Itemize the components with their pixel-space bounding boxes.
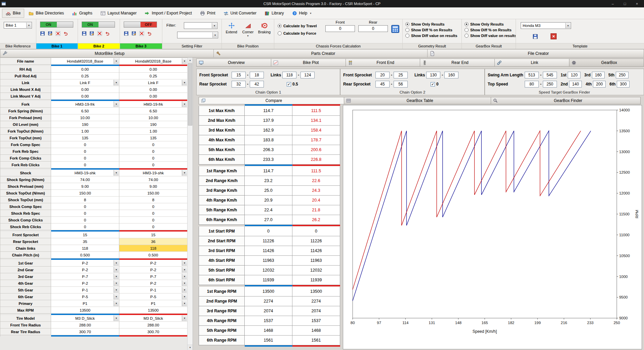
- tab-rear-end[interactable]: Rear End: [420, 59, 495, 67]
- setup-shock-comp-spec-value-2[interactable]: 0: [119, 203, 188, 210]
- menu-item-import-export-project[interactable]: Import / Export Project: [141, 9, 195, 18]
- chevron-down-icon[interactable]: ▾: [212, 23, 217, 28]
- chain1-front-max-input[interactable]: [250, 72, 264, 78]
- save-as-button[interactable]: [47, 30, 53, 37]
- calc-radio-calculate-by-force[interactable]: Calculate by Force: [278, 31, 317, 35]
- delete-button[interactable]: [138, 30, 145, 37]
- tab-link[interactable]: Link: [495, 59, 569, 67]
- chevron-down-icon[interactable]: ▾: [182, 58, 187, 64]
- menu-item-library[interactable]: Library: [261, 9, 288, 18]
- bike-3-toggle[interactable]: OFF: [124, 22, 157, 28]
- geometry-radio-show-only-results[interactable]: Show Only Results: [405, 22, 457, 26]
- setup-6th-gear-value-2[interactable]: P-5▾: [119, 293, 188, 300]
- setup-front-sprocket-value-2[interactable]: 15: [119, 232, 188, 238]
- delete-button[interactable]: [96, 30, 103, 37]
- revert-button[interactable]: [63, 30, 69, 37]
- setup-rear-sprocket-value-2[interactable]: 36: [119, 238, 188, 245]
- setup-fork-topout-n-mm-value-2[interactable]: 1.00: [119, 128, 188, 135]
- subtab-gearbox-table[interactable]: GearBox Table: [344, 97, 491, 104]
- setup-chain-pitch-in-value-1[interactable]: 0.500: [51, 252, 119, 258]
- menu-item-bike-directories[interactable]: Bike Directories: [25, 9, 68, 18]
- setup-link-value-1[interactable]: Link F▾: [51, 79, 119, 86]
- corner-button[interactable]: Corner▾: [240, 20, 256, 41]
- chain2-links-min-input[interactable]: [426, 72, 440, 78]
- gearbox-radio-show-diff-value-on-results[interactable]: Show Diff value on results: [465, 34, 516, 38]
- section-header-motorbike-setup[interactable]: MotorBike Setup: [0, 49, 214, 58]
- delete-button[interactable]: [55, 30, 61, 37]
- setup-front-sprocket-value-1[interactable]: 15: [51, 232, 119, 238]
- menu-item-unit-converter[interactable]: Unit Converter: [220, 9, 260, 18]
- chain2-front-min-input[interactable]: [375, 72, 390, 78]
- subtab-gearbox-finder[interactable]: GearBox Finder: [491, 97, 641, 104]
- chain2-links-max-input[interactable]: [444, 72, 458, 78]
- gearbox-radio-show-only-results[interactable]: Show Only Results: [465, 22, 516, 26]
- swing-arm-min-input[interactable]: [525, 72, 539, 78]
- setup-fork-reb-spec-value-2[interactable]: 0: [119, 148, 188, 155]
- target-3rd-input[interactable]: [592, 72, 605, 78]
- chain1-half-link-checkbox[interactable]: [287, 82, 291, 86]
- setup-shock-value-1[interactable]: HM3-19-shk▾: [51, 170, 119, 176]
- subtab-compare[interactable]: Compare: [199, 97, 344, 104]
- chevron-down-icon[interactable]: ▾: [182, 170, 187, 176]
- tab-gearbox[interactable]: GearBox: [569, 59, 644, 67]
- setup-fork-preload-mm-value-1[interactable]: 10.00: [51, 114, 119, 121]
- setup-tire-model-value-1[interactable]: M3 D_Slick▾: [51, 315, 119, 322]
- chevron-down-icon[interactable]: ▾: [114, 267, 119, 273]
- template-save-button[interactable]: [532, 33, 538, 40]
- menu-item-help[interactable]: ?Help▾: [288, 9, 315, 18]
- braking-button[interactable]: Braking: [256, 20, 273, 41]
- setup-shock-spring-n-mm-value-2[interactable]: 74.00: [119, 176, 188, 183]
- menu-item-graphs[interactable]: Graphs: [68, 9, 96, 18]
- chevron-down-icon[interactable]: ▾: [114, 315, 119, 321]
- setup-link-mount-x-adj-value-1[interactable]: 0.00: [51, 86, 119, 93]
- chevron-down-icon[interactable]: ▾: [182, 294, 187, 300]
- setup-rear-sprocket-value-1[interactable]: 35: [51, 238, 119, 245]
- chevron-down-icon[interactable]: ▾: [182, 315, 187, 321]
- chevron-down-icon[interactable]: ▾: [114, 260, 119, 266]
- chevron-down-icon[interactable]: ▾: [182, 260, 187, 266]
- chevron-down-icon[interactable]: ▾: [182, 274, 187, 279]
- chevron-down-icon[interactable]: ▾: [114, 170, 119, 176]
- geometry-radio-show-diff-on-results[interactable]: Show Diff % on Results: [405, 28, 457, 32]
- setup-front-tire-radius-value-2[interactable]: 288.00: [119, 322, 188, 328]
- template-select[interactable]: Honda M3 ▾: [521, 22, 571, 29]
- save-as-button[interactable]: [131, 30, 137, 37]
- bike-2-toggle[interactable]: ON: [82, 22, 115, 28]
- setup-shock-reb-spec-value-2[interactable]: 0: [119, 210, 188, 217]
- setup-rear-tire-radius-value-2[interactable]: 300.70: [119, 328, 188, 335]
- chevron-down-icon[interactable]: ▾: [212, 32, 217, 38]
- setup-link-value-2[interactable]: Link F▾: [119, 79, 188, 86]
- setup-shock-comp-clicks-value-1[interactable]: 0: [51, 217, 119, 223]
- chain1-links-max-input[interactable]: [300, 72, 315, 78]
- setup-fork-reb-clicks-value-1[interactable]: 0: [51, 162, 119, 168]
- setup-fork-comp-clicks-value-1[interactable]: 0: [51, 155, 119, 162]
- setup-shock-topout-mm-value-1[interactable]: 8: [51, 197, 119, 203]
- setup-shock-topout-mm-value-2[interactable]: 8: [119, 197, 188, 203]
- tab-front-end[interactable]: Front End: [346, 59, 420, 67]
- calc-radio-calculate-by-travel[interactable]: Calculate by Travel: [278, 24, 317, 28]
- target-5th-input[interactable]: [616, 72, 629, 78]
- setup-fork-spring-n-mm-value-1[interactable]: 6.50: [51, 108, 119, 114]
- gearbox-radio-show-diff-on-results[interactable]: Show Diff % on Results: [465, 28, 516, 32]
- setup-shock-topout-n-mm-value-2[interactable]: 150.00: [119, 190, 188, 197]
- maximize-button[interactable]: □: [619, 0, 631, 7]
- front-force-input[interactable]: [325, 25, 355, 32]
- setup-rh-adj-value-2[interactable]: 0.00: [119, 66, 188, 73]
- setup-file-name-value-1[interactable]: HondaM32018_Base▾: [51, 58, 119, 65]
- setup-chain-pitch-in-value-2[interactable]: 0.500: [119, 252, 188, 258]
- setup-fork-comp-spec-value-2[interactable]: 0: [119, 141, 188, 148]
- setup-fork-reb-spec-value-1[interactable]: 0: [51, 148, 119, 155]
- revert-button[interactable]: [104, 30, 111, 37]
- setup-fork-comp-spec-value-1[interactable]: 0: [51, 141, 119, 148]
- menu-item-layout-manager[interactable]: Layout Manager: [97, 9, 140, 18]
- chevron-down-icon[interactable]: ▾: [114, 274, 119, 279]
- setup-fork-reb-clicks-value-2[interactable]: 0: [119, 162, 188, 168]
- setup-shock-preload-mm-value-2[interactable]: 9.00: [119, 183, 188, 190]
- rear-force-input[interactable]: [358, 25, 388, 32]
- setup-link-mount-y-adj-value-1[interactable]: 0.00: [51, 93, 119, 100]
- top-speed-min-input[interactable]: [525, 81, 539, 88]
- section-header-file-creator[interactable]: File Creator: [428, 49, 644, 58]
- setup-pull-rod-adj-value-2[interactable]: 0.25: [119, 73, 188, 79]
- setup-3rd-gear-value-2[interactable]: P-7▾: [119, 273, 188, 280]
- setup-shock-comp-spec-value-1[interactable]: 0: [51, 203, 119, 210]
